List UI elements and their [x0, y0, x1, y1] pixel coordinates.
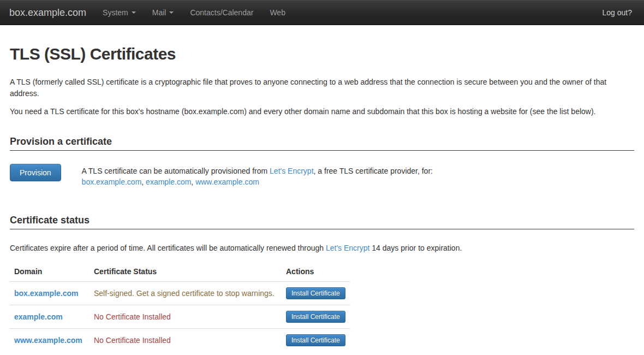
lets-encrypt-link[interactable]: Let's Encrypt	[270, 167, 314, 175]
provision-domain-link[interactable]: example.com	[146, 177, 191, 186]
provision-description: A TLS certificate can be automatically p…	[82, 164, 433, 187]
certificate-status-cell: No Certificate Installed	[90, 329, 282, 352]
domain-cell: www.example.com	[10, 329, 90, 352]
provision-domain-link[interactable]: www.example.com	[195, 177, 259, 186]
column-header-actions: Actions	[282, 263, 350, 282]
domain-link[interactable]: box.example.com	[14, 289, 79, 298]
certificate-status-cell: Self-signed. Get a signed certificate to…	[90, 282, 282, 305]
intro-paragraph-2: You need a TLS certificate for this box'…	[10, 106, 634, 117]
status-description: Certificates expire after a period of ti…	[10, 242, 634, 254]
domain-separator: ,	[141, 177, 146, 186]
status-text-post: 14 days prior to expiration.	[369, 244, 462, 252]
provision-button[interactable]: Provision	[10, 164, 61, 181]
certificate-status-cell: No Certificate Installed	[90, 305, 282, 329]
domain-separator: ,	[191, 177, 195, 186]
column-header-domain: Domain	[10, 263, 90, 282]
navbar-brand[interactable]: box.example.com	[0, 0, 94, 25]
chevron-down-icon	[132, 11, 136, 14]
actions-cell: Install Certificate	[282, 305, 350, 329]
certificate-table: Domain Certificate Status Actions box.ex…	[10, 263, 350, 352]
nav-item-contacts-calendar-label: Contacts/Calendar	[190, 0, 253, 25]
table-row: box.example.com Self-signed. Get a signe…	[10, 282, 350, 305]
provision-domain-link[interactable]: box.example.com	[82, 177, 142, 186]
main-content: TLS (SSL) Certificates A TLS (formerly c…	[10, 45, 634, 352]
provision-row: Provision A TLS certificate can be autom…	[10, 164, 634, 187]
column-header-certificate-status: Certificate Status	[90, 263, 282, 282]
actions-cell: Install Certificate	[282, 282, 350, 305]
domain-link[interactable]: example.com	[14, 312, 63, 321]
nav-item-system-label: System	[103, 0, 128, 25]
page-title: TLS (SSL) Certificates	[10, 45, 634, 63]
intro-paragraph-1: A TLS (formerly called SSL) certificate …	[10, 76, 634, 99]
provision-text-pre: A TLS certificate can be automatically p…	[82, 167, 270, 175]
install-certificate-button[interactable]: Install Certificate	[286, 287, 345, 299]
install-certificate-button[interactable]: Install Certificate	[286, 334, 345, 346]
provision-domains: box.example.com, example.com, www.exampl…	[82, 176, 433, 187]
nav-item-system[interactable]: System	[94, 0, 144, 25]
nav-item-mail[interactable]: Mail	[144, 0, 182, 25]
logout-link[interactable]: Log out?	[594, 0, 644, 25]
chevron-down-icon	[169, 11, 174, 14]
status-text-pre: Certificates expire after a period of ti…	[10, 244, 326, 252]
domain-link[interactable]: www.example.com	[14, 336, 82, 345]
domain-cell: box.example.com	[10, 282, 90, 305]
actions-cell: Install Certificate	[282, 329, 350, 352]
status-section-heading: Certificate status	[10, 215, 634, 229]
table-row: example.com No Certificate Installed Ins…	[10, 305, 350, 329]
nav-item-mail-label: Mail	[152, 0, 166, 25]
provision-text-post: , a free TLS certificate provider, for:	[314, 167, 433, 175]
navbar-right: Log out?	[594, 0, 644, 25]
table-header-row: Domain Certificate Status Actions	[10, 263, 350, 282]
install-certificate-button[interactable]: Install Certificate	[286, 311, 345, 323]
lets-encrypt-link[interactable]: Let's Encrypt	[326, 244, 370, 252]
top-navbar: box.example.com System Mail Contacts/Cal…	[0, 0, 644, 25]
nav-item-contacts-calendar[interactable]: Contacts/Calendar	[182, 0, 261, 25]
nav-item-web[interactable]: Web	[261, 0, 294, 25]
provision-section-heading: Provision a certificate	[10, 136, 634, 151]
navbar-menu: System Mail Contacts/Calendar Web	[94, 0, 294, 25]
domain-cell: example.com	[10, 305, 90, 329]
nav-item-web-label: Web	[270, 0, 285, 25]
table-row: www.example.com No Certificate Installed…	[10, 329, 350, 352]
